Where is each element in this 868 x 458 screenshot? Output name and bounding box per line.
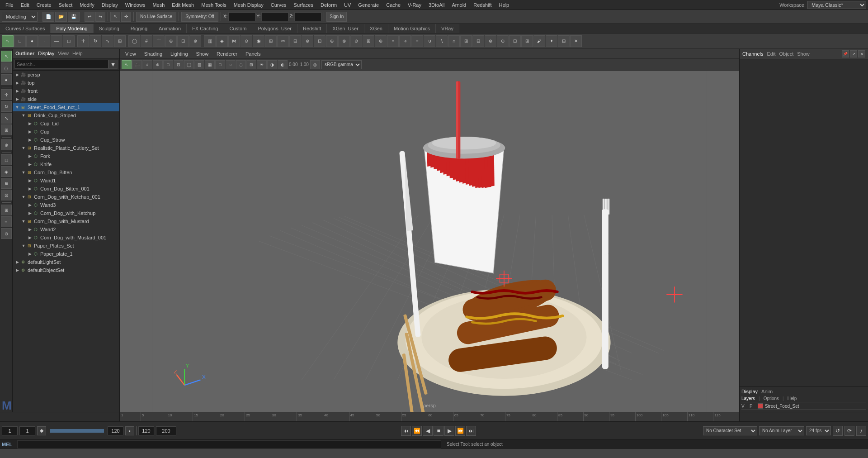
outliner-item-cup-straw[interactable]: ▶⬡Cup_Straw — [13, 136, 119, 144]
vp-shadow-icon[interactable]: ◑ — [267, 60, 277, 69]
stop-btn[interactable]: ■ — [434, 426, 443, 436]
vp-gamma-icon[interactable]: ◎ — [310, 60, 320, 69]
outliner-item-knife[interactable]: ▶⬡Knife — [13, 160, 119, 168]
node-editor[interactable]: ⊙ — [1, 228, 12, 239]
vp-gate-icon[interactable]: ⊡ — [174, 60, 184, 69]
bool-int-btn[interactable]: ∩ — [448, 35, 460, 47]
right-tab-edit[interactable]: Edit — [767, 51, 775, 57]
cut-btn[interactable]: ✂ — [277, 35, 289, 47]
snap-grid-btn[interactable]: # — [141, 35, 152, 47]
custom-tool1[interactable]: ◻ — [1, 154, 12, 165]
outliner-tab-help[interactable]: Help — [72, 51, 83, 56]
menu-redshift[interactable]: Redshift — [470, 1, 495, 9]
menu-edit[interactable]: Edit — [17, 1, 33, 9]
cleanup-btn[interactable]: ⊙ — [497, 35, 509, 47]
vp-camera-icon[interactable]: 🎥 — [132, 60, 142, 69]
rb-tab-display[interactable]: Display — [741, 389, 758, 394]
undo-btn[interactable]: ↩ — [85, 12, 94, 22]
menu-generate[interactable]: Generate — [354, 1, 382, 9]
outliner-tab-view[interactable]: View — [58, 51, 69, 56]
tab-poly-modeling[interactable]: Poly Modeling — [51, 24, 93, 33]
select-tool-btn[interactable]: ↖ — [110, 12, 120, 22]
sculpt-btn[interactable]: ✦ — [546, 35, 557, 47]
outliner-item-corn-dog-bitten-001[interactable]: ▶⬡Corn_Dog_Bitten_001 — [13, 185, 119, 193]
connect-btn[interactable]: ⊗ — [338, 35, 350, 47]
outliner-item-cup[interactable]: ▶⬡Cup — [13, 128, 119, 136]
component-mode-btn[interactable]: ● — [26, 35, 38, 47]
vp-select-icon[interactable]: ↖ — [122, 60, 132, 69]
frame-start-input[interactable] — [2, 426, 18, 435]
vp-hud-icon[interactable]: □ — [163, 60, 173, 69]
custom-tool2[interactable]: ◈ — [1, 166, 12, 177]
menu-edit-mesh[interactable]: Edit Mesh — [168, 1, 198, 9]
vp-menu-renderer[interactable]: Renderer — [213, 50, 241, 57]
menu-uv[interactable]: UV — [340, 1, 354, 9]
3d-viewport[interactable]: X Y Z persp — [120, 71, 739, 412]
menu-file[interactable]: File — [2, 1, 17, 9]
outliner-item-realistic-plastic-cutlery-set[interactable]: ▼⊞Realistic_Plastic_Cutlery_Set — [13, 144, 119, 152]
workspace-select[interactable]: Maya Classic* — [807, 1, 866, 9]
outliner-item-wand2[interactable]: ▶⬡Wand2 — [13, 225, 119, 234]
rb-sub-layers[interactable]: Layers — [741, 396, 755, 401]
outliner-item-street-food-set-nct-1[interactable]: ▼⊞Street_Food_Set_nct_1 — [13, 103, 119, 111]
snap-point-btn[interactable]: ⊕ — [165, 35, 177, 47]
extrude-btn[interactable]: ▥ — [204, 35, 216, 47]
remesh-btn[interactable]: ⊟ — [472, 35, 484, 47]
range-end-input[interactable] — [108, 426, 123, 435]
vp-ao-icon[interactable]: ◐ — [278, 60, 288, 69]
outliner-item-cup-lid[interactable]: ▶⬡Cup_Lid — [13, 119, 119, 128]
menu-modify[interactable]: Modify — [76, 1, 98, 9]
history-ops[interactable]: ≡ — [1, 216, 12, 227]
play-back-btn[interactable]: ◀ — [423, 426, 433, 436]
vp-menu-panels[interactable]: Panels — [242, 50, 264, 57]
menu-mesh-display[interactable]: Mesh Display — [230, 1, 267, 9]
menu-vray[interactable]: V-Ray — [404, 1, 425, 9]
face-mode-btn[interactable]: ◻ — [63, 35, 75, 47]
y-input[interactable] — [261, 12, 288, 21]
vp-menu-view[interactable]: View — [122, 50, 140, 57]
tab-xgen[interactable]: XGen — [364, 24, 388, 33]
right-tab-object[interactable]: Object — [779, 51, 793, 57]
menu-arnold[interactable]: Arnold — [448, 1, 470, 9]
offset-edge-btn[interactable]: ⊡ — [314, 35, 326, 47]
rotate-tool2[interactable]: ↻ — [1, 101, 12, 112]
object-mode-btn[interactable]: □ — [14, 35, 26, 47]
outliner-item-corn-dog-bitten[interactable]: ▼⊞Corn_Dog_Bitten — [13, 168, 119, 177]
merge-btn[interactable]: ⊙ — [241, 35, 252, 47]
detach-btn[interactable]: ⊘ — [350, 35, 362, 47]
outliner-item-defaultlightset[interactable]: ▶⚙defaultLightSet — [13, 258, 119, 266]
retopo-btn[interactable]: ⊛ — [485, 35, 496, 47]
tab-redshift[interactable]: Redshift — [297, 24, 327, 33]
menu-surfaces[interactable]: Surfaces — [290, 1, 317, 9]
vp-light-icon[interactable]: ☀ — [257, 60, 267, 69]
range-end2-input[interactable] — [138, 426, 154, 435]
weld-btn[interactable]: ⊕ — [375, 35, 387, 47]
mode-select[interactable]: Modeling Rigging Animation — [2, 12, 38, 22]
gamma-select[interactable]: sRGB gamma Linear Rec.709 — [321, 60, 362, 69]
outliner-item-front[interactable]: ▶🎥front — [13, 87, 119, 95]
outliner-item-wand1[interactable]: ▶⬡Wand1 — [13, 177, 119, 185]
frame-current-input[interactable] — [19, 426, 35, 435]
outliner-tab-display[interactable]: Display — [38, 51, 54, 56]
vp-snap-icon[interactable]: ⊕ — [153, 60, 163, 69]
anim-layer-select[interactable]: No Anim Layer — [759, 426, 804, 435]
tab-xgen-user[interactable]: XGen_User — [327, 24, 364, 33]
timeline-track[interactable]: 1510152025303540455055606570758085909510… — [120, 412, 739, 421]
right-panel-close[interactable]: ✕ — [858, 50, 865, 57]
sign-in-btn[interactable]: Sign In — [326, 12, 347, 22]
outliner-item-corn-dog-with-ketchup[interactable]: ▶⬡Corn_Dog_with_Ketchup — [13, 209, 119, 217]
outliner-item-top[interactable]: ▶🎥top — [13, 79, 119, 87]
cmd-input[interactable] — [17, 440, 441, 448]
tab-fx-caching[interactable]: FX Caching — [187, 24, 224, 33]
outliner-item-corn-dog-with-ketchup-001[interactable]: ▼⊞Corn_Dog_with_Ketchup_001 — [13, 193, 119, 201]
vp-menu-shading[interactable]: Shading — [141, 50, 166, 57]
fill-hole-btn[interactable]: ◉ — [253, 35, 264, 47]
quick-sel-set[interactable]: ⊞ — [1, 205, 12, 215]
vp-isolate-icon[interactable]: ◯ — [184, 60, 194, 69]
collapse-btn[interactable]: ⊟ — [289, 35, 301, 47]
vp-menu-lighting[interactable]: Lighting — [167, 50, 192, 57]
rb-tab-anim[interactable]: Anim — [761, 389, 773, 394]
outliner-item-paper-plate-1[interactable]: ▶⬡Paper_plate_1 — [13, 250, 119, 258]
vp-grid-icon[interactable]: # — [142, 60, 152, 69]
x-input[interactable] — [228, 12, 255, 21]
